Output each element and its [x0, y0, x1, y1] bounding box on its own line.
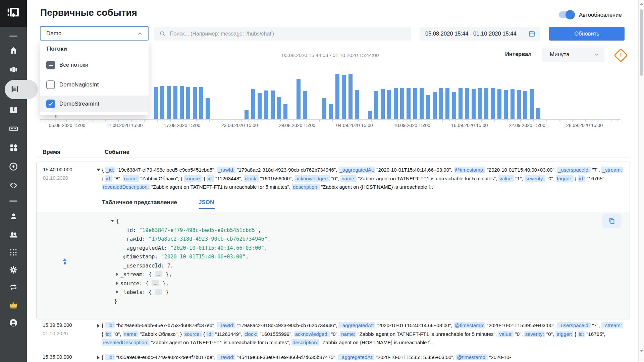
chart-bar[interactable]: [426, 95, 430, 119]
chart-bar[interactable]: [283, 104, 287, 119]
chart-bar[interactable]: [459, 88, 463, 119]
chart-bar[interactable]: [465, 88, 469, 119]
row-expand-expander[interactable]: [97, 356, 100, 360]
chart-bar[interactable]: [271, 90, 275, 119]
autorefresh-toggle[interactable]: [559, 11, 574, 18]
chart-bar[interactable]: [381, 89, 385, 119]
chart-bar[interactable]: [433, 92, 437, 119]
scroll-collapse-control[interactable]: [62, 258, 67, 264]
refresh-button[interactable]: Обновить: [549, 27, 625, 41]
sidebar-item-settings[interactable]: [0, 263, 27, 277]
chart-bar[interactable]: [193, 87, 197, 119]
chart-bar[interactable]: [186, 87, 190, 119]
sidebar-item-user[interactable]: [0, 209, 27, 223]
chart-bar[interactable]: [297, 79, 301, 119]
chart-bar[interactable]: [400, 88, 404, 119]
sidebar-item-premium[interactable]: [0, 298, 27, 312]
chart-bar[interactable]: [258, 93, 262, 119]
checkbox-checked[interactable]: [46, 100, 55, 108]
chart-bar[interactable]: [335, 74, 339, 119]
app-logo[interactable]: [0, 0, 27, 27]
chart-bar[interactable]: [245, 110, 249, 119]
scroll-up-arrow[interactable]: [640, 3, 643, 5]
stream-select[interactable]: Demo: [40, 26, 149, 41]
chart-bar[interactable]: [154, 87, 158, 119]
stream-option-Все потоки[interactable]: Все потоки: [40, 57, 149, 73]
search-input[interactable]: [170, 31, 398, 37]
checkbox-unchecked[interactable]: [46, 80, 55, 89]
tree-expander-open[interactable]: [111, 220, 114, 222]
chart-bar[interactable]: [322, 98, 326, 119]
sidebar-item-inbox[interactable]: [0, 103, 27, 117]
search-box[interactable]: [154, 27, 411, 41]
chart-bar[interactable]: [167, 86, 171, 119]
sidebar-item-code[interactable]: [0, 179, 27, 192]
scroll-thumb[interactable]: [640, 9, 643, 76]
chart-bar[interactable]: [264, 90, 268, 119]
tree-expander-closed[interactable]: [116, 290, 118, 294]
sidebar-item-ruler[interactable]: [0, 122, 27, 135]
sidebar-item-home[interactable]: [0, 44, 27, 57]
chart-bar[interactable]: [420, 88, 424, 119]
chart-bar[interactable]: [329, 104, 333, 119]
event-json-preview[interactable]: { _id: "bc29ae3b-5abb-45e7-b753-d60878fc…: [102, 321, 625, 347]
chart-bar[interactable]: [523, 91, 527, 119]
warning-icon[interactable]: !: [614, 48, 628, 62]
sidebar-item-cluster[interactable]: [0, 246, 27, 259]
chart-bar[interactable]: [491, 88, 495, 119]
chart-bar[interactable]: [173, 86, 177, 119]
chart-bar[interactable]: [413, 88, 417, 119]
row-expand-expander[interactable]: [97, 324, 100, 328]
chart-bar[interactable]: [478, 88, 482, 119]
checkbox-indeterminate[interactable]: [46, 61, 55, 69]
chart-bar[interactable]: [511, 89, 515, 119]
chart-bar[interactable]: [277, 97, 281, 119]
chart-bar[interactable]: [452, 92, 456, 119]
chart-bar[interactable]: [206, 98, 210, 119]
date-range-input[interactable]: 05.08.2020 15:44 - 01.10.2020 15:44: [420, 27, 540, 41]
sidebar-item-columns[interactable]: [0, 63, 27, 76]
tree-expander-closed[interactable]: [116, 282, 118, 285]
chart-bar[interactable]: [530, 89, 534, 119]
event-json-preview[interactable]: { _id: "055a9e0e-e6dc-474a-a02c-29e4f7b0…: [102, 353, 625, 362]
chart-bar[interactable]: [439, 88, 443, 119]
copy-json-button[interactable]: [602, 214, 622, 228]
chart-bar[interactable]: [180, 86, 184, 119]
chart-bar[interactable]: [536, 108, 540, 119]
chart-bar[interactable]: [407, 88, 411, 119]
chart-bar[interactable]: [504, 90, 508, 119]
tab-json-view[interactable]: JSON: [199, 199, 214, 206]
chart-bar[interactable]: [160, 86, 164, 119]
stream-option-DemoStreamInt[interactable]: DemoStreamInt: [40, 96, 149, 112]
chart-bar[interactable]: [517, 90, 521, 119]
chart-bar[interactable]: [497, 89, 501, 119]
chart-bar[interactable]: [342, 75, 346, 119]
chart-bar[interactable]: [394, 88, 398, 119]
sidebar-item-events-active[interactable]: [5, 80, 38, 99]
chart-bar[interactable]: [445, 88, 449, 119]
chart-bar[interactable]: [472, 89, 476, 119]
sidebar-item-account[interactable]: [0, 316, 27, 329]
chart-bar[interactable]: [368, 111, 372, 119]
collapsed-ellipsis[interactable]: …: [155, 271, 163, 277]
chart-bar[interactable]: [387, 90, 391, 119]
tab-table-view[interactable]: Табличное представление: [102, 199, 177, 206]
scroll-down-arrow[interactable]: [640, 350, 643, 352]
chart-bar[interactable]: [199, 87, 203, 119]
event-json-preview[interactable]: { _id: "19e63847-ef79-498c-bed5-e9cb5451…: [102, 166, 625, 191]
sidebar-item-performance[interactable]: [0, 160, 27, 173]
tree-expander-closed[interactable]: [116, 273, 118, 276]
chart-bar[interactable]: [484, 88, 488, 119]
stream-option-DemoNagiosInt[interactable]: DemoNagiosInt: [40, 76, 149, 93]
row-collapse-expander[interactable]: [97, 169, 101, 171]
sidebar-item-users[interactable]: [0, 228, 27, 241]
chart-bar[interactable]: [355, 90, 359, 119]
sidebar-item-sync[interactable]: [0, 281, 27, 294]
collapsed-ellipsis[interactable]: …: [155, 289, 163, 295]
chart-bar[interactable]: [348, 74, 353, 119]
chart-bar[interactable]: [374, 91, 378, 119]
interval-select[interactable]: Минута: [542, 48, 604, 62]
chart-bar[interactable]: [251, 89, 255, 119]
chart-bar[interactable]: [303, 91, 307, 119]
collapsed-ellipsis[interactable]: …: [152, 280, 159, 286]
